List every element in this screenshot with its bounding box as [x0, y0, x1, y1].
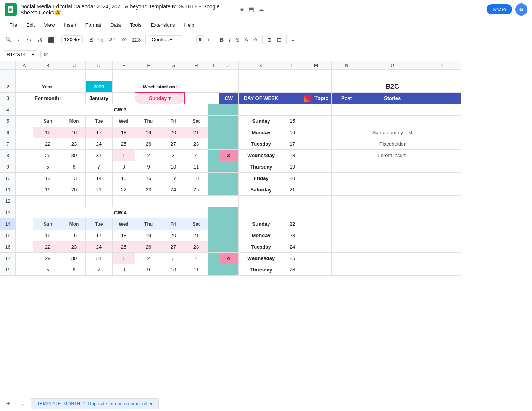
cell-L8[interactable]: 18 [284, 150, 301, 161]
cell-P6[interactable] [423, 127, 461, 138]
cell-J17[interactable]: 4 [219, 253, 238, 264]
cell-P10[interactable] [423, 173, 461, 184]
cell-H12[interactable] [185, 196, 208, 207]
cell-J4[interactable] [219, 104, 238, 116]
cell-H9[interactable]: 11 [185, 161, 208, 173]
cell-K5[interactable]: Sunday [238, 116, 284, 127]
cell-K14[interactable]: Sunday [238, 218, 284, 230]
cell-O15[interactable] [362, 230, 423, 241]
cell-J10[interactable] [219, 173, 238, 184]
col-header-I[interactable]: I [208, 61, 219, 70]
redo-button[interactable]: ↪ [25, 35, 34, 44]
format-paint-button[interactable]: ⬛ [45, 35, 56, 44]
cell-L15[interactable]: 23 [284, 230, 301, 241]
menu-item-edit[interactable]: Edit [23, 21, 39, 29]
cell-N1[interactable] [331, 70, 362, 81]
cell-L17[interactable]: 25 [284, 253, 301, 264]
col-header-C[interactable]: C [63, 61, 85, 70]
cell-O8[interactable]: Lorem ipsum [362, 150, 423, 161]
cell-K10[interactable]: Friday [238, 173, 284, 184]
active-sheet-tab[interactable]: TEMPLATE_MONTHLY_Duplicate for each new … [31, 398, 159, 409]
cell-L3[interactable] [284, 93, 301, 104]
print-button[interactable]: 🖨 [35, 35, 45, 44]
cell-B16[interactable]: 22 [33, 241, 63, 253]
cell-G6[interactable]: 20 [162, 127, 185, 138]
cell-O6[interactable]: Some dummy text [362, 127, 423, 138]
cell-E8[interactable]: 1 [112, 150, 135, 161]
search-button[interactable]: 🔍 [3, 35, 14, 44]
cell-B5[interactable]: Sun [33, 116, 63, 127]
cell-A8[interactable] [16, 150, 33, 161]
menu-item-tools[interactable]: Tools [126, 21, 145, 29]
cell-G18[interactable]: 10 [162, 264, 185, 276]
cell-N16[interactable] [331, 241, 362, 253]
col-header-F[interactable]: F [135, 61, 162, 70]
cell-D12[interactable] [85, 196, 112, 207]
cell-M11[interactable] [301, 184, 331, 196]
cell-F15[interactable]: 19 [135, 230, 162, 241]
cell-J16[interactable] [219, 241, 238, 253]
cell-H6[interactable]: 21 [185, 127, 208, 138]
cell-H2[interactable] [185, 81, 208, 93]
cell-L9[interactable]: 19 [284, 161, 301, 173]
cell-N10[interactable] [331, 173, 362, 184]
cell-C2[interactable] [63, 81, 85, 93]
cell-K17[interactable]: Wednesday [238, 253, 284, 264]
cell-O10[interactable] [362, 173, 423, 184]
cell-C18[interactable]: 6 [63, 264, 85, 276]
cell-O7[interactable]: Placeholder [362, 138, 423, 150]
cell-O12[interactable] [362, 196, 423, 207]
cell-H11[interactable]: 25 [185, 184, 208, 196]
cell-I11[interactable] [208, 184, 219, 196]
cell-P17[interactable] [423, 253, 461, 264]
cell-K18[interactable]: Thursday [238, 264, 284, 276]
cell-G15[interactable]: 20 [162, 230, 185, 241]
cell-L7[interactable]: 17 [284, 138, 301, 150]
sheet-menu-button[interactable]: ≡ [17, 399, 27, 409]
cell-H10[interactable]: 18 [185, 173, 208, 184]
cell-O11[interactable] [362, 184, 423, 196]
cell-E14[interactable]: Wed [112, 218, 135, 230]
cell-B18[interactable]: 5 [33, 264, 63, 276]
cell-K13[interactable] [238, 207, 284, 218]
cell-F16[interactable]: 26 [135, 241, 162, 253]
cell-M2[interactable] [301, 81, 331, 93]
cell-J5[interactable] [219, 116, 238, 127]
cell-N7[interactable] [331, 138, 362, 150]
cell-B8[interactable]: 29 [33, 150, 63, 161]
strikethrough-button[interactable]: S̶ [234, 35, 242, 44]
cell-K8[interactable]: Wednesday [238, 150, 284, 161]
cell-N11[interactable] [331, 184, 362, 196]
cell-F7[interactable]: 26 [135, 138, 162, 150]
cell-K1[interactable] [238, 70, 284, 81]
cell-H7[interactable]: 28 [185, 138, 208, 150]
cell-A15[interactable] [16, 230, 33, 241]
cell-J2[interactable] [219, 81, 238, 93]
cell-F11[interactable]: 23 [135, 184, 162, 196]
cell-G5[interactable]: Fri [162, 116, 185, 127]
cell-J7[interactable] [219, 138, 238, 150]
cell-G1[interactable] [162, 70, 185, 81]
cell-N6[interactable] [331, 127, 362, 138]
cell-O16[interactable] [362, 241, 423, 253]
cell-K3[interactable]: DAY OF WEEK [238, 93, 284, 104]
cell-O9[interactable] [362, 161, 423, 173]
cell-A17[interactable] [16, 253, 33, 264]
cell-I18[interactable] [208, 264, 219, 276]
font-size-increase-button[interactable]: + [205, 35, 213, 44]
cell-B9[interactable]: 5 [33, 161, 63, 173]
cell-E5[interactable]: Wed [112, 116, 135, 127]
cell-E10[interactable]: 15 [112, 173, 135, 184]
cell-M6[interactable] [301, 127, 331, 138]
cell-B1[interactable] [33, 70, 63, 81]
cell-L18[interactable]: 26 [284, 264, 301, 276]
cell-C1[interactable] [63, 70, 85, 81]
cell-F14[interactable]: Thu [135, 218, 162, 230]
cell-C12[interactable] [63, 196, 85, 207]
cell-E18[interactable]: 8 [112, 264, 135, 276]
cell-J18[interactable] [219, 264, 238, 276]
cell-C5[interactable]: Mon [63, 116, 85, 127]
cell-J13[interactable] [219, 207, 238, 218]
menu-item-insert[interactable]: Insert [60, 21, 80, 29]
share-button[interactable]: Share [487, 4, 512, 14]
